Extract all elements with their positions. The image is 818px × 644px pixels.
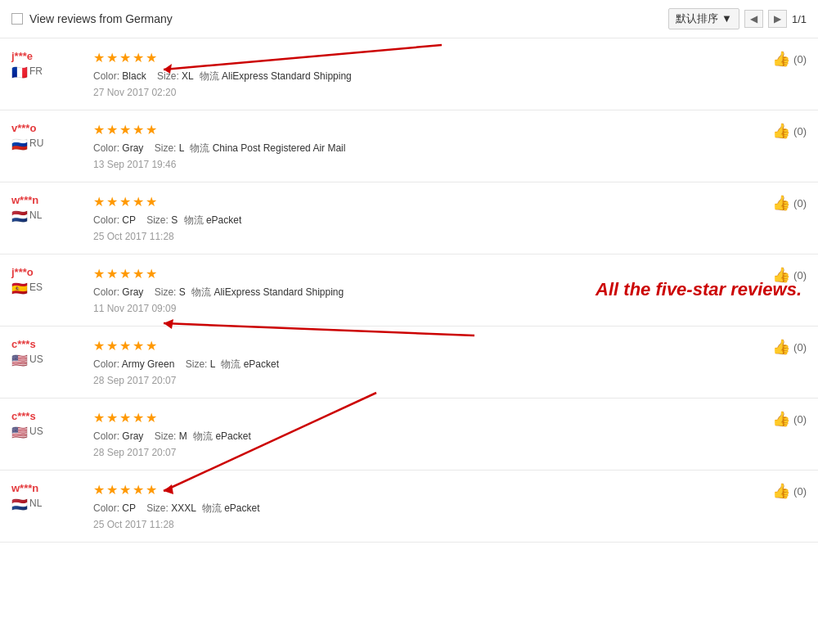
star-filled: ★ bbox=[146, 122, 157, 137]
star-rating: ★★★★★ bbox=[93, 50, 761, 65]
reviewer-country: 🇪🇸 ES bbox=[11, 281, 85, 293]
country-code: NL bbox=[29, 209, 42, 221]
star-filled: ★ bbox=[146, 410, 157, 426]
star-filled: ★ bbox=[133, 266, 144, 281]
star-filled: ★ bbox=[146, 482, 157, 498]
review-author: c***s 🇺🇸 US bbox=[11, 338, 85, 365]
next-page-button[interactable]: ▶ bbox=[768, 10, 787, 28]
size-value: XXXL bbox=[171, 502, 196, 514]
header-left: View reviews from Germany bbox=[11, 12, 173, 25]
star-rating: ★★★★★ bbox=[93, 410, 761, 426]
sort-button[interactable]: 默认排序 ▼ bbox=[668, 8, 739, 29]
country-code: ES bbox=[29, 281, 43, 293]
like-button[interactable]: 👍 (0) bbox=[772, 338, 807, 356]
review-date: 13 Sep 2017 19:46 bbox=[93, 159, 761, 170]
like-count: (0) bbox=[793, 485, 807, 498]
review-details: Color: Gray Size: L 物流 China Post Regist… bbox=[93, 142, 761, 155]
shipping-label: 物流 bbox=[221, 358, 240, 370]
thumbs-up-icon: 👍 bbox=[772, 50, 790, 68]
review-details: Color: CP Size: S 物流 ePacket bbox=[93, 214, 761, 227]
star-rating: ★★★★★ bbox=[93, 338, 761, 354]
country-flag: 🇪🇸 bbox=[11, 282, 26, 292]
shipping-value: AliExpress Standard Shipping bbox=[213, 286, 344, 298]
star-filled: ★ bbox=[119, 194, 131, 209]
page-wrapper: View reviews from Germany 默认排序 ▼ ◀ ▶ 1/1… bbox=[0, 0, 818, 644]
shipping-label: 物流 bbox=[191, 286, 211, 298]
review-content: ★★★★★ Color: CP Size: S 物流 ePacket 25 Oc… bbox=[85, 194, 761, 242]
star-filled: ★ bbox=[106, 122, 118, 137]
review-item: j***e 🇫🇷 FR ★★★★★ Color: Black Size: XL … bbox=[0, 38, 818, 110]
like-count: (0) bbox=[793, 53, 807, 65]
review-date: 25 Oct 2017 11:28 bbox=[93, 519, 761, 530]
germany-filter-checkbox[interactable] bbox=[11, 13, 23, 25]
star-filled: ★ bbox=[106, 482, 118, 498]
review-content: ★★★★★ Color: Black Size: XL 物流 AliExpres… bbox=[85, 50, 761, 98]
like-count: (0) bbox=[793, 125, 807, 137]
like-button[interactable]: 👍 (0) bbox=[772, 410, 807, 428]
reviewer-country: 🇺🇸 US bbox=[11, 354, 85, 365]
shipping-value: ePacket bbox=[215, 430, 250, 442]
star-filled: ★ bbox=[133, 50, 144, 65]
star-filled: ★ bbox=[133, 122, 144, 137]
shipping-value: China Post Registered Air Mail bbox=[213, 142, 346, 154]
reviews-list: j***e 🇫🇷 FR ★★★★★ Color: Black Size: XL … bbox=[0, 38, 818, 543]
review-details: Color: Army Green Size: L 物流 ePacket bbox=[93, 358, 761, 372]
star-filled: ★ bbox=[106, 50, 118, 65]
star-filled: ★ bbox=[133, 194, 144, 209]
review-item: c***s 🇺🇸 US ★★★★★ Color: Army Green Size… bbox=[0, 327, 818, 399]
size-value: M bbox=[179, 430, 187, 442]
country-flag: 🇫🇷 bbox=[11, 66, 26, 76]
color-value: Black bbox=[122, 70, 146, 82]
shipping-value: ePacket bbox=[224, 502, 259, 514]
review-item: j***o 🇪🇸 ES ★★★★★ Color: Gray Size: S 物流 bbox=[0, 254, 818, 327]
size-value: XL bbox=[182, 70, 193, 82]
size-label: Size: bbox=[146, 214, 169, 226]
shipping-label: 物流 bbox=[202, 502, 222, 514]
review-details: Color: CP Size: XXXL 物流 ePacket bbox=[93, 502, 761, 516]
size-label: Size: bbox=[186, 358, 208, 370]
color-label: Color: bbox=[93, 214, 119, 226]
star-filled: ★ bbox=[119, 122, 131, 137]
color-label: Color: bbox=[93, 430, 119, 442]
review-date: 11 Nov 2017 09:09 bbox=[93, 303, 761, 314]
color-value: CP bbox=[122, 214, 135, 226]
like-button[interactable]: 👍 (0) bbox=[772, 266, 807, 284]
review-author: w***n 🇳🇱 NL bbox=[11, 482, 85, 509]
color-value: Gray bbox=[122, 286, 143, 298]
star-filled: ★ bbox=[146, 266, 157, 281]
like-button[interactable]: 👍 (0) bbox=[772, 50, 807, 68]
star-rating: ★★★★★ bbox=[93, 266, 761, 281]
star-filled: ★ bbox=[93, 482, 105, 498]
color-label: Color: bbox=[93, 286, 119, 298]
like-button[interactable]: 👍 (0) bbox=[772, 122, 807, 140]
header-right: 默认排序 ▼ ◀ ▶ 1/1 bbox=[668, 8, 807, 29]
country-code: US bbox=[29, 354, 43, 365]
star-filled: ★ bbox=[93, 410, 105, 426]
star-filled: ★ bbox=[133, 410, 144, 426]
star-filled: ★ bbox=[146, 338, 157, 354]
country-flag: 🇳🇱 bbox=[11, 498, 26, 508]
country-flag: 🇷🇺 bbox=[11, 138, 26, 148]
review-date: 28 Sep 2017 20:07 bbox=[93, 447, 761, 458]
star-filled: ★ bbox=[106, 338, 118, 354]
star-rating: ★★★★★ bbox=[93, 122, 761, 137]
review-item: c***s 🇺🇸 US ★★★★★ Color: Gray Size: M 物流 bbox=[0, 399, 818, 471]
star-rating: ★★★★★ bbox=[93, 482, 761, 498]
like-button[interactable]: 👍 (0) bbox=[772, 482, 807, 500]
like-button[interactable]: 👍 (0) bbox=[772, 194, 807, 212]
shipping-value: AliExpress Standard Shipping bbox=[222, 70, 352, 82]
like-count: (0) bbox=[793, 197, 807, 209]
size-value: L bbox=[210, 358, 215, 370]
star-filled: ★ bbox=[106, 410, 118, 426]
star-filled: ★ bbox=[133, 482, 144, 498]
reviewer-name: w***n bbox=[11, 482, 85, 494]
size-label: Size: bbox=[146, 502, 169, 514]
reviewer-name: w***n bbox=[11, 194, 85, 206]
star-filled: ★ bbox=[146, 194, 157, 209]
reviewer-name: c***s bbox=[11, 410, 85, 422]
size-value: L bbox=[179, 142, 184, 154]
reviewer-name: v***o bbox=[11, 122, 85, 134]
prev-page-button[interactable]: ◀ bbox=[744, 10, 763, 28]
country-flag: 🇳🇱 bbox=[11, 210, 26, 220]
star-rating: ★★★★★ bbox=[93, 194, 761, 209]
